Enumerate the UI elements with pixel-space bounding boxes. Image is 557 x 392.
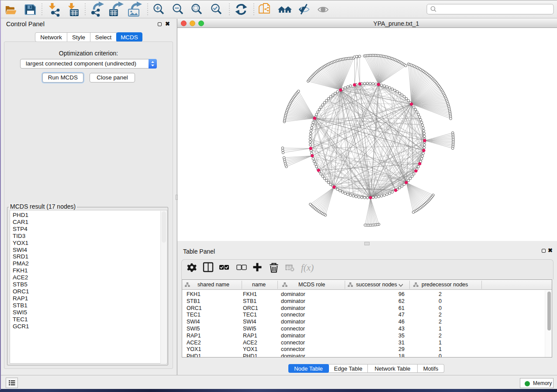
svg-text:f(x): f(x) (301, 262, 314, 273)
